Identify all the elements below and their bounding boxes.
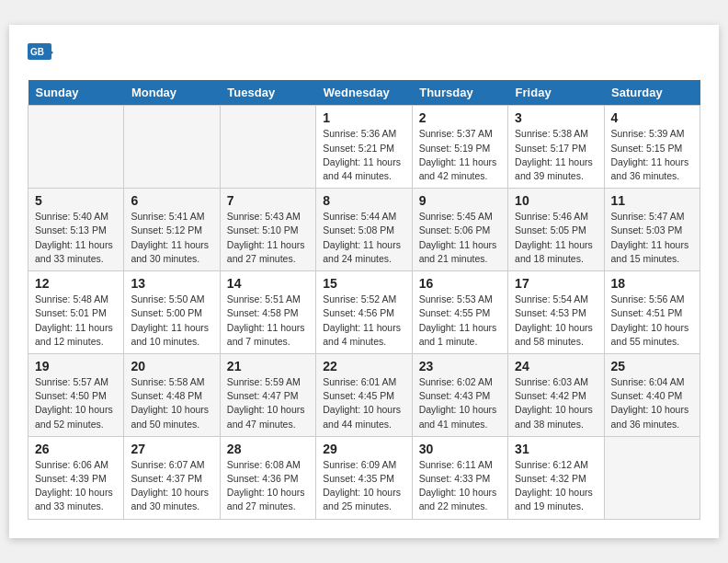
day-cell: 8Sunrise: 5:44 AMSunset: 5:08 PMDaylight… xyxy=(316,189,412,271)
day-number: 5 xyxy=(35,193,117,208)
calendar-table: SundayMondayTuesdayWednesdayThursdayFrid… xyxy=(28,80,700,519)
day-cell xyxy=(124,106,220,189)
weekday-wednesday: Wednesday xyxy=(316,80,412,106)
day-info: Sunrise: 5:36 AMSunset: 5:21 PMDaylight:… xyxy=(323,127,404,183)
weekday-friday: Friday xyxy=(508,80,604,106)
day-cell: 20Sunrise: 5:58 AMSunset: 4:48 PMDayligh… xyxy=(124,353,220,436)
day-info: Sunrise: 5:57 AMSunset: 4:50 PMDaylight:… xyxy=(35,375,117,431)
day-info: Sunrise: 5:59 AMSunset: 4:47 PMDaylight:… xyxy=(227,375,309,431)
weekday-tuesday: Tuesday xyxy=(220,80,315,106)
day-cell: 25Sunrise: 6:04 AMSunset: 4:40 PMDayligh… xyxy=(604,353,700,436)
day-cell: 24Sunrise: 6:03 AMSunset: 4:42 PMDayligh… xyxy=(508,353,604,436)
day-cell: 9Sunrise: 5:45 AMSunset: 5:06 PMDaylight… xyxy=(412,189,507,271)
day-number: 27 xyxy=(131,442,212,456)
day-info: Sunrise: 5:56 AMSunset: 4:51 PMDaylight:… xyxy=(611,293,693,349)
day-info: Sunrise: 5:58 AMSunset: 4:48 PMDaylight:… xyxy=(131,375,212,431)
week-row-2: 5Sunrise: 5:40 AMSunset: 5:13 PMDaylight… xyxy=(28,189,700,271)
day-number: 22 xyxy=(323,359,404,373)
day-number: 21 xyxy=(227,359,309,373)
day-info: Sunrise: 6:03 AMSunset: 4:42 PMDaylight:… xyxy=(515,375,597,431)
day-cell: 27Sunrise: 6:07 AMSunset: 4:37 PMDayligh… xyxy=(124,436,220,519)
day-info: Sunrise: 6:11 AMSunset: 4:33 PMDaylight:… xyxy=(419,458,501,514)
day-cell: 12Sunrise: 5:48 AMSunset: 5:01 PMDayligh… xyxy=(28,271,124,354)
day-info: Sunrise: 5:50 AMSunset: 5:00 PMDaylight:… xyxy=(131,293,212,349)
day-cell: 5Sunrise: 5:40 AMSunset: 5:13 PMDaylight… xyxy=(28,189,124,271)
day-number: 10 xyxy=(515,193,597,208)
day-number: 15 xyxy=(323,276,404,291)
day-cell: 7Sunrise: 5:43 AMSunset: 5:10 PMDaylight… xyxy=(220,189,315,271)
day-cell: 26Sunrise: 6:06 AMSunset: 4:39 PMDayligh… xyxy=(28,436,124,519)
day-number: 11 xyxy=(611,193,693,208)
day-number: 4 xyxy=(611,110,693,125)
day-number: 20 xyxy=(131,359,212,373)
weekday-monday: Monday xyxy=(124,80,220,106)
day-info: Sunrise: 6:08 AMSunset: 4:36 PMDaylight:… xyxy=(227,458,309,514)
day-number: 28 xyxy=(227,442,309,456)
day-info: Sunrise: 5:48 AMSunset: 5:01 PMDaylight:… xyxy=(35,293,117,349)
day-info: Sunrise: 5:41 AMSunset: 5:12 PMDaylight:… xyxy=(131,210,212,266)
calendar-header: GB xyxy=(28,43,700,65)
day-cell: 6Sunrise: 5:41 AMSunset: 5:12 PMDaylight… xyxy=(124,189,220,271)
day-number: 7 xyxy=(227,193,309,208)
day-info: Sunrise: 5:37 AMSunset: 5:19 PMDaylight:… xyxy=(419,127,501,183)
day-info: Sunrise: 5:44 AMSunset: 5:08 PMDaylight:… xyxy=(323,210,404,266)
day-info: Sunrise: 5:47 AMSunset: 5:03 PMDaylight:… xyxy=(611,210,693,266)
day-cell: 16Sunrise: 5:53 AMSunset: 4:55 PMDayligh… xyxy=(412,271,507,354)
day-number: 13 xyxy=(131,276,212,291)
day-cell: 19Sunrise: 5:57 AMSunset: 4:50 PMDayligh… xyxy=(28,353,124,436)
day-info: Sunrise: 5:45 AMSunset: 5:06 PMDaylight:… xyxy=(419,210,501,266)
logo-icon: GB xyxy=(28,43,53,65)
day-cell: 14Sunrise: 5:51 AMSunset: 4:58 PMDayligh… xyxy=(220,271,315,354)
weekday-sunday: Sunday xyxy=(28,80,124,106)
day-number: 3 xyxy=(515,110,597,125)
day-info: Sunrise: 5:38 AMSunset: 5:17 PMDaylight:… xyxy=(515,127,597,183)
day-number: 23 xyxy=(419,359,501,373)
day-cell: 15Sunrise: 5:52 AMSunset: 4:56 PMDayligh… xyxy=(316,271,412,354)
day-number: 12 xyxy=(35,276,117,291)
day-info: Sunrise: 5:51 AMSunset: 4:58 PMDaylight:… xyxy=(227,293,309,349)
day-info: Sunrise: 6:12 AMSunset: 4:32 PMDaylight:… xyxy=(515,458,597,514)
day-info: Sunrise: 6:09 AMSunset: 4:35 PMDaylight:… xyxy=(323,458,404,514)
week-row-4: 19Sunrise: 5:57 AMSunset: 4:50 PMDayligh… xyxy=(28,353,700,436)
week-row-3: 12Sunrise: 5:48 AMSunset: 5:01 PMDayligh… xyxy=(28,271,700,354)
day-cell: 21Sunrise: 5:59 AMSunset: 4:47 PMDayligh… xyxy=(220,353,315,436)
day-number: 8 xyxy=(323,193,404,208)
day-number: 19 xyxy=(35,359,117,373)
day-info: Sunrise: 5:54 AMSunset: 4:53 PMDaylight:… xyxy=(515,293,597,349)
weekday-saturday: Saturday xyxy=(604,80,700,106)
day-cell: 22Sunrise: 6:01 AMSunset: 4:45 PMDayligh… xyxy=(316,353,412,436)
svg-text:GB: GB xyxy=(30,47,44,57)
week-row-1: 1Sunrise: 5:36 AMSunset: 5:21 PMDaylight… xyxy=(28,106,700,189)
day-number: 26 xyxy=(35,442,117,456)
day-cell: 11Sunrise: 5:47 AMSunset: 5:03 PMDayligh… xyxy=(604,189,700,271)
day-info: Sunrise: 5:53 AMSunset: 4:55 PMDaylight:… xyxy=(419,293,501,349)
day-number: 2 xyxy=(419,110,501,125)
day-cell: 2Sunrise: 5:37 AMSunset: 5:19 PMDaylight… xyxy=(412,106,507,189)
day-number: 31 xyxy=(515,442,597,456)
day-cell: 10Sunrise: 5:46 AMSunset: 5:05 PMDayligh… xyxy=(508,189,604,271)
day-number: 6 xyxy=(131,193,212,208)
day-cell: 18Sunrise: 5:56 AMSunset: 4:51 PMDayligh… xyxy=(604,271,700,354)
day-info: Sunrise: 5:43 AMSunset: 5:10 PMDaylight:… xyxy=(227,210,309,266)
day-cell xyxy=(220,106,315,189)
day-info: Sunrise: 5:39 AMSunset: 5:15 PMDaylight:… xyxy=(611,127,693,183)
day-info: Sunrise: 6:01 AMSunset: 4:45 PMDaylight:… xyxy=(323,375,404,431)
day-cell: 23Sunrise: 6:02 AMSunset: 4:43 PMDayligh… xyxy=(412,353,507,436)
day-info: Sunrise: 6:04 AMSunset: 4:40 PMDaylight:… xyxy=(611,375,693,431)
day-number: 18 xyxy=(611,276,693,291)
day-number: 16 xyxy=(419,276,501,291)
day-number: 25 xyxy=(611,359,693,373)
logo: GB xyxy=(28,43,59,65)
day-number: 1 xyxy=(323,110,404,125)
day-cell xyxy=(28,106,124,189)
calendar-container: GB SundayMondayTuesdayWednesdayThursdayF… xyxy=(9,25,719,537)
day-info: Sunrise: 5:46 AMSunset: 5:05 PMDaylight:… xyxy=(515,210,597,266)
day-cell: 4Sunrise: 5:39 AMSunset: 5:15 PMDaylight… xyxy=(604,106,700,189)
day-cell: 1Sunrise: 5:36 AMSunset: 5:21 PMDaylight… xyxy=(316,106,412,189)
day-cell xyxy=(604,436,700,519)
day-info: Sunrise: 6:06 AMSunset: 4:39 PMDaylight:… xyxy=(35,458,117,514)
day-cell: 29Sunrise: 6:09 AMSunset: 4:35 PMDayligh… xyxy=(316,436,412,519)
day-info: Sunrise: 6:02 AMSunset: 4:43 PMDaylight:… xyxy=(419,375,501,431)
weekday-header-row: SundayMondayTuesdayWednesdayThursdayFrid… xyxy=(28,80,700,106)
day-number: 14 xyxy=(227,276,309,291)
